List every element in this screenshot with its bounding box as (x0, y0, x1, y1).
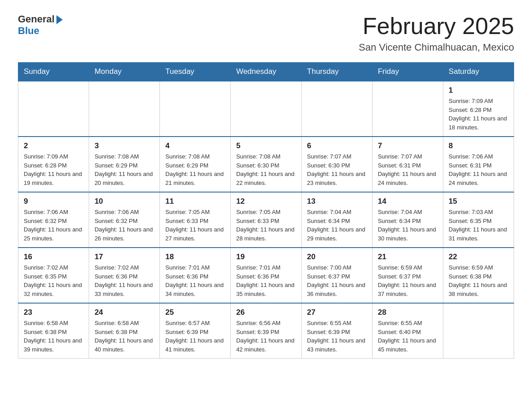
logo: General Blue (18, 13, 63, 37)
calendar-cell: 10Sunrise: 7:06 AM Sunset: 6:32 PM Dayli… (89, 192, 160, 248)
day-info: Sunrise: 6:55 AM Sunset: 6:40 PM Dayligh… (378, 320, 436, 353)
day-number: 21 (378, 253, 438, 261)
calendar-header-wednesday: Wednesday (231, 63, 301, 81)
day-number: 14 (378, 197, 438, 206)
calendar-table: SundayMondayTuesdayWednesdayThursdayFrid… (18, 62, 514, 359)
calendar-week-row: 1Sunrise: 7:09 AM Sunset: 6:28 PM Daylig… (18, 81, 514, 137)
calendar-cell (89, 81, 160, 137)
day-info: Sunrise: 7:01 AM Sunset: 6:36 PM Dayligh… (165, 264, 223, 297)
day-number: 8 (449, 141, 508, 150)
calendar-cell: 28Sunrise: 6:55 AM Sunset: 6:40 PM Dayli… (372, 303, 443, 359)
calendar-cell: 12Sunrise: 7:05 AM Sunset: 6:33 PM Dayli… (231, 192, 301, 248)
calendar-cell: 16Sunrise: 7:02 AM Sunset: 6:35 PM Dayli… (18, 248, 89, 303)
calendar-header-friday: Friday (372, 63, 443, 81)
day-number: 3 (94, 141, 154, 150)
day-info: Sunrise: 7:05 AM Sunset: 6:33 PM Dayligh… (165, 209, 223, 242)
calendar-cell: 4Sunrise: 7:08 AM Sunset: 6:29 PM Daylig… (160, 137, 231, 192)
day-info: Sunrise: 7:04 AM Sunset: 6:34 PM Dayligh… (378, 209, 436, 242)
calendar-cell: 11Sunrise: 7:05 AM Sunset: 6:33 PM Dayli… (160, 192, 231, 248)
calendar-week-row: 16Sunrise: 7:02 AM Sunset: 6:35 PM Dayli… (18, 248, 514, 303)
day-info: Sunrise: 7:05 AM Sunset: 6:33 PM Dayligh… (236, 209, 294, 242)
logo-general-text: General (18, 13, 55, 25)
page-header: General Blue February 2025 San Vicente C… (18, 13, 514, 53)
day-info: Sunrise: 7:08 AM Sunset: 6:29 PM Dayligh… (165, 153, 223, 186)
calendar-cell (372, 81, 443, 137)
day-info: Sunrise: 6:58 AM Sunset: 6:38 PM Dayligh… (94, 320, 153, 353)
calendar-cell: 8Sunrise: 7:06 AM Sunset: 6:31 PM Daylig… (443, 137, 514, 192)
day-number: 12 (236, 197, 296, 206)
calendar-header-saturday: Saturday (443, 63, 514, 81)
day-number: 5 (236, 141, 296, 150)
calendar-cell: 2Sunrise: 7:09 AM Sunset: 6:28 PM Daylig… (18, 137, 89, 192)
day-number: 11 (165, 197, 225, 206)
day-info: Sunrise: 6:55 AM Sunset: 6:39 PM Dayligh… (307, 320, 365, 353)
calendar-cell: 9Sunrise: 7:06 AM Sunset: 6:32 PM Daylig… (18, 192, 89, 248)
day-info: Sunrise: 7:02 AM Sunset: 6:36 PM Dayligh… (94, 264, 153, 297)
day-info: Sunrise: 7:04 AM Sunset: 6:34 PM Dayligh… (307, 209, 365, 242)
calendar-cell: 6Sunrise: 7:07 AM Sunset: 6:30 PM Daylig… (301, 137, 372, 192)
day-number: 16 (24, 253, 83, 261)
calendar-header-thursday: Thursday (301, 63, 372, 81)
calendar-cell: 25Sunrise: 6:57 AM Sunset: 6:39 PM Dayli… (160, 303, 231, 359)
day-number: 17 (94, 253, 154, 261)
calendar-header-row: SundayMondayTuesdayWednesdayThursdayFrid… (18, 63, 514, 81)
day-info: Sunrise: 7:09 AM Sunset: 6:28 PM Dayligh… (449, 98, 507, 131)
day-number: 13 (307, 197, 367, 206)
calendar-cell (231, 81, 301, 137)
day-info: Sunrise: 6:58 AM Sunset: 6:38 PM Dayligh… (24, 320, 82, 353)
calendar-cell: 13Sunrise: 7:04 AM Sunset: 6:34 PM Dayli… (301, 192, 372, 248)
day-number: 2 (24, 141, 83, 150)
calendar-cell: 26Sunrise: 6:56 AM Sunset: 6:39 PM Dayli… (231, 303, 301, 359)
calendar-header-monday: Monday (89, 63, 160, 81)
day-info: Sunrise: 7:07 AM Sunset: 6:30 PM Dayligh… (307, 153, 365, 186)
day-info: Sunrise: 7:09 AM Sunset: 6:28 PM Dayligh… (24, 153, 82, 186)
calendar-cell (160, 81, 231, 137)
day-info: Sunrise: 6:59 AM Sunset: 6:37 PM Dayligh… (378, 264, 436, 297)
calendar-cell (18, 81, 89, 137)
calendar-cell: 21Sunrise: 6:59 AM Sunset: 6:37 PM Dayli… (372, 248, 443, 303)
day-number: 9 (24, 197, 83, 206)
day-number: 20 (307, 253, 367, 261)
day-number: 19 (236, 253, 296, 261)
calendar-cell: 3Sunrise: 7:08 AM Sunset: 6:29 PM Daylig… (89, 137, 160, 192)
calendar-cell: 14Sunrise: 7:04 AM Sunset: 6:34 PM Dayli… (372, 192, 443, 248)
day-info: Sunrise: 7:00 AM Sunset: 6:37 PM Dayligh… (307, 264, 365, 297)
calendar-week-row: 2Sunrise: 7:09 AM Sunset: 6:28 PM Daylig… (18, 137, 514, 192)
day-number: 7 (378, 141, 438, 150)
day-info: Sunrise: 6:57 AM Sunset: 6:39 PM Dayligh… (165, 320, 223, 353)
day-number: 27 (307, 308, 367, 317)
day-number: 15 (449, 197, 508, 206)
day-info: Sunrise: 6:56 AM Sunset: 6:39 PM Dayligh… (236, 320, 294, 353)
calendar-cell: 18Sunrise: 7:01 AM Sunset: 6:36 PM Dayli… (160, 248, 231, 303)
calendar-cell: 24Sunrise: 6:58 AM Sunset: 6:38 PM Dayli… (89, 303, 160, 359)
day-number: 10 (94, 197, 154, 206)
day-number: 28 (378, 308, 438, 317)
logo-blue-text: Blue (18, 25, 39, 37)
day-info: Sunrise: 7:03 AM Sunset: 6:35 PM Dayligh… (449, 209, 507, 242)
calendar-cell: 27Sunrise: 6:55 AM Sunset: 6:39 PM Dayli… (301, 303, 372, 359)
day-info: Sunrise: 7:06 AM Sunset: 6:32 PM Dayligh… (24, 209, 82, 242)
day-number: 25 (165, 308, 225, 317)
day-info: Sunrise: 6:59 AM Sunset: 6:38 PM Dayligh… (449, 264, 507, 297)
calendar-cell: 17Sunrise: 7:02 AM Sunset: 6:36 PM Dayli… (89, 248, 160, 303)
day-info: Sunrise: 7:06 AM Sunset: 6:32 PM Dayligh… (94, 209, 153, 242)
day-number: 24 (94, 308, 154, 317)
calendar-header-tuesday: Tuesday (160, 63, 231, 81)
day-number: 6 (307, 141, 367, 150)
calendar-cell (443, 303, 514, 359)
calendar-header-sunday: Sunday (18, 63, 89, 81)
calendar-week-row: 23Sunrise: 6:58 AM Sunset: 6:38 PM Dayli… (18, 303, 514, 359)
calendar-cell: 23Sunrise: 6:58 AM Sunset: 6:38 PM Dayli… (18, 303, 89, 359)
calendar-cell: 22Sunrise: 6:59 AM Sunset: 6:38 PM Dayli… (443, 248, 514, 303)
day-number: 22 (449, 253, 508, 261)
day-info: Sunrise: 7:06 AM Sunset: 6:31 PM Dayligh… (449, 153, 507, 186)
month-title: February 2025 (359, 13, 514, 39)
day-number: 1 (449, 86, 508, 95)
calendar-cell: 15Sunrise: 7:03 AM Sunset: 6:35 PM Dayli… (443, 192, 514, 248)
calendar-cell: 5Sunrise: 7:08 AM Sunset: 6:30 PM Daylig… (231, 137, 301, 192)
calendar-cell: 7Sunrise: 7:07 AM Sunset: 6:31 PM Daylig… (372, 137, 443, 192)
day-info: Sunrise: 7:02 AM Sunset: 6:35 PM Dayligh… (24, 264, 82, 297)
calendar-cell: 1Sunrise: 7:09 AM Sunset: 6:28 PM Daylig… (443, 81, 514, 137)
day-info: Sunrise: 7:08 AM Sunset: 6:30 PM Dayligh… (236, 153, 294, 186)
calendar-week-row: 9Sunrise: 7:06 AM Sunset: 6:32 PM Daylig… (18, 192, 514, 248)
